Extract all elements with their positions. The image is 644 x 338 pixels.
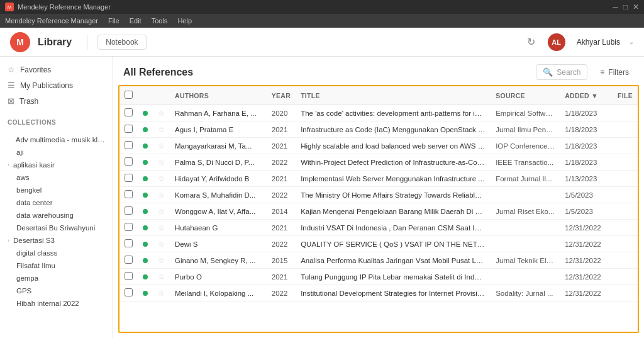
menu-app[interactable]: Mendeley Reference Manager: [5, 17, 98, 25]
row-checkbox[interactable]: [125, 190, 133, 198]
table-row[interactable]: ☆Palma S, Di Nucci D, P...2022Within-Pro…: [119, 154, 638, 171]
window-controls[interactable]: ─ □ ✕: [613, 3, 639, 11]
row-checkbox[interactable]: [125, 256, 133, 264]
favorite-star-cell[interactable]: ☆: [153, 138, 170, 154]
collection-item[interactable]: aws: [0, 171, 113, 184]
col-header-check[interactable]: [119, 86, 138, 105]
table-row[interactable]: ☆Komara S, Muhafidin D...2022The Ministr…: [119, 187, 638, 203]
notebook-button[interactable]: Notebook: [97, 35, 146, 50]
row-checkbox[interactable]: [125, 223, 133, 231]
row-checkbox[interactable]: [125, 272, 133, 280]
row-checkbox[interactable]: [125, 141, 133, 149]
row-checkbox-cell[interactable]: [119, 171, 138, 187]
row-checkbox[interactable]: [125, 125, 133, 133]
row-checkbox-cell[interactable]: [119, 187, 138, 203]
row-checkbox[interactable]: [125, 206, 133, 215]
table-row[interactable]: ☆Meilandi I, Kolopaking ...2022Instituti…: [119, 285, 638, 301]
col-header-authors[interactable]: AUTHORS: [170, 86, 267, 105]
col-header-added[interactable]: ADDED ▼: [560, 86, 613, 105]
col-header-year[interactable]: YEAR: [267, 86, 296, 105]
collection-item[interactable]: data warehousing: [0, 209, 113, 222]
row-checkbox[interactable]: [125, 174, 133, 182]
favorite-star-cell[interactable]: ☆: [153, 252, 170, 269]
table-row[interactable]: ☆Dewi S2022QUALITY OF SERVICE ( QoS ) VS…: [119, 236, 638, 252]
favorite-star-cell[interactable]: ☆: [153, 236, 170, 252]
row-checkbox-cell[interactable]: [119, 236, 138, 252]
added-date-cell: 12/31/2022: [560, 285, 613, 301]
sidebar-item-publications[interactable]: ☰ My Publications: [0, 77, 113, 93]
app-header: M Library Notebook ↻ AL Akhyar Lubis ⌄: [0, 28, 644, 57]
added-date-cell: 12/31/2022: [560, 252, 613, 269]
row-checkbox-cell[interactable]: [119, 203, 138, 220]
select-all-checkbox[interactable]: [125, 91, 133, 99]
table-row[interactable]: ☆Wonggow A, Ilat V, Affa...2014Kajian Me…: [119, 203, 638, 220]
filters-button[interactable]: ≡ Filters: [595, 65, 634, 79]
favorite-star-cell[interactable]: ☆: [153, 171, 170, 187]
collection-item[interactable]: Hibah internal 2022: [0, 297, 113, 310]
sidebar-item-trash[interactable]: ⊠ Trash: [0, 93, 113, 109]
row-checkbox-cell[interactable]: [119, 154, 138, 171]
row-checkbox-cell[interactable]: [119, 285, 138, 301]
table-row[interactable]: ☆Purbo O2021Tulang Punggung IP Pita Leba…: [119, 269, 638, 285]
collection-item[interactable]: GPS: [0, 284, 113, 297]
favorite-star-cell[interactable]: ☆: [153, 154, 170, 171]
col-header-source[interactable]: SOURCE: [491, 86, 560, 105]
collection-item[interactable]: gempa: [0, 272, 113, 284]
menu-help[interactable]: Help: [177, 17, 192, 25]
authors-cell: Agus I, Pratama E: [170, 121, 267, 138]
document-icon: ☰: [8, 81, 15, 90]
close-button[interactable]: ✕: [633, 3, 639, 11]
added-date-cell: 1/18/2023: [560, 154, 613, 171]
col-header-title[interactable]: TITLE: [296, 86, 491, 105]
favorite-star-cell[interactable]: ☆: [153, 285, 170, 301]
minimize-button[interactable]: ─: [613, 3, 618, 11]
favorite-star-cell[interactable]: ☆: [153, 203, 170, 220]
collection-label: data center: [16, 199, 53, 206]
row-checkbox[interactable]: [125, 108, 133, 116]
menu-file[interactable]: File: [108, 17, 119, 25]
collection-item[interactable]: Filsafat Ilmu: [0, 259, 113, 272]
row-checkbox-cell[interactable]: [119, 121, 138, 138]
user-menu-chevron[interactable]: ⌄: [629, 38, 634, 45]
menu-edit[interactable]: Edit: [130, 17, 142, 25]
refresh-icon[interactable]: ↻: [527, 36, 535, 48]
row-checkbox[interactable]: [125, 157, 133, 166]
row-checkbox[interactable]: [125, 239, 133, 247]
row-checkbox-cell[interactable]: [119, 220, 138, 236]
favorite-star-cell[interactable]: ☆: [153, 269, 170, 285]
table-row[interactable]: ☆Hidayat Y, Arifwidodo B2021Implementasi…: [119, 171, 638, 187]
collection-item[interactable]: Adv multimedia - musik klasifika: [0, 133, 113, 146]
collection-item[interactable]: bengkel: [0, 184, 113, 196]
favorite-star-cell[interactable]: ☆: [153, 187, 170, 203]
collection-item[interactable]: ›Desertasi S3: [0, 234, 113, 247]
table-row[interactable]: ☆Mangayarkarasi M, Ta...2021Highly scala…: [119, 138, 638, 154]
row-checkbox-cell[interactable]: [119, 252, 138, 269]
favorite-star-cell[interactable]: ☆: [153, 121, 170, 138]
table-row[interactable]: ☆Ginano M, Sengkey R, ...2015Analisa Per…: [119, 252, 638, 269]
added-date-cell: 1/13/2023: [560, 171, 613, 187]
collection-item[interactable]: ›aplikasi kasir: [0, 159, 113, 171]
chevron-right-icon: ›: [8, 162, 9, 168]
collection-item[interactable]: digital classs: [0, 247, 113, 259]
references-table-container: AUTHORS YEAR TITLE SOURCE ADDED ▼ FILE ☆…: [118, 85, 639, 333]
source-cell: [491, 269, 560, 285]
sidebar-item-favorites[interactable]: ☆ Favorites: [0, 62, 113, 77]
collection-item[interactable]: data center: [0, 196, 113, 209]
file-cell: [613, 154, 638, 171]
table-row[interactable]: ☆Agus I, Pratama E2021Infrastructure as …: [119, 121, 638, 138]
favorite-star-cell[interactable]: ☆: [153, 105, 170, 121]
favorite-star-cell[interactable]: ☆: [153, 220, 170, 236]
maximize-button[interactable]: □: [623, 3, 628, 11]
authors-cell: Mangayarkarasi M, Ta...: [170, 138, 267, 154]
row-checkbox[interactable]: [125, 288, 133, 296]
row-checkbox-cell[interactable]: [119, 138, 138, 154]
collection-item[interactable]: Desertasi Bu Sriwahyuni: [0, 222, 113, 234]
collection-item[interactable]: aji: [0, 146, 113, 159]
table-row[interactable]: ☆Hutahaean G2021Industri VSAT Di Indones…: [119, 220, 638, 236]
table-row[interactable]: ☆Rahman A, Farhana E, ...2020The 'as cod…: [119, 105, 638, 121]
row-checkbox-cell[interactable]: [119, 269, 138, 285]
menu-tools[interactable]: Tools: [152, 17, 168, 25]
read-status-dot: [143, 274, 148, 279]
row-checkbox-cell[interactable]: [119, 105, 138, 121]
search-box[interactable]: 🔍 Search: [536, 64, 587, 80]
